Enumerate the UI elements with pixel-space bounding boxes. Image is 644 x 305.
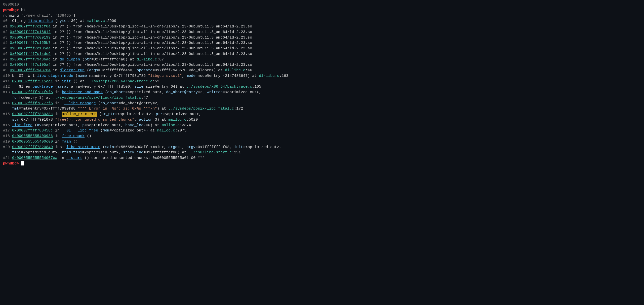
frame-15-cont: str =0x7ffff7991078 "free(): corrupted u… (3, 117, 641, 123)
frame-13-cont: fd =fd@entry=3) at ../sysdeps/unix/sysv/… (3, 95, 641, 101)
frame-20-cont: fini =<optimized out>, rtld_fini =<optim… (3, 150, 641, 155)
frame-17: #17 0x00007ffff788458c in __GI___libc_fr… (3, 128, 641, 133)
frame-12: #12 __GI_en backtrace ( array =array@ent… (3, 84, 641, 90)
cursor-block (21, 161, 24, 165)
terminal: 0000010 pwndbg> bt running './new_chall'… (3, 2, 641, 166)
frame-10: #10 b__GI__Wrl libc_dlopen_mode ( name =… (3, 73, 641, 79)
frame-2: #2 0x00007ffff7c1861f in ?? () from /hom… (3, 29, 641, 35)
frame-9: #9 0x00007ffff7943764 in dlerror_run ( a… (3, 68, 641, 73)
frame-8: #8 0x00007ffff7c105a4 in ?? () from /hom… (3, 62, 641, 68)
frame-18: #18 0x0000555555400936 in free_chunk () (3, 133, 641, 139)
frame-14: #14 0x00007ffff78777f5 in __libc_message… (3, 101, 641, 106)
frame-7: #7 0x00007ffff79436ad in do_dlopen ( ptr… (3, 57, 641, 62)
frame-5: #5 0x00007ffff7c105a4 in ?? () from /hom… (3, 46, 641, 51)
scroll-hint: 0000010 (3, 2, 641, 8)
prompt-label: pwndbg> (3, 8, 19, 13)
frame-11: #11 0x00007ffff7915cc1 in init () at ../… (3, 79, 641, 84)
final-prompt: pwndbg> (3, 161, 21, 166)
frame-0: #0 GI_ing libc_malloc ( bytes =36) at ma… (3, 18, 641, 24)
final-prompt-line: pwndbg> (3, 161, 641, 166)
command-line: pwndbg> bt (3, 8, 641, 13)
frame-1: #1 0x00007ffff7c1cf0a in ?? () from /hom… (3, 24, 641, 29)
command-text: bt (19, 8, 26, 13)
running-line: running './new_chall', '138465'] (3, 13, 641, 19)
frame-13: #13 0x00007ffff781f9f5 in backtrace_and_… (3, 90, 641, 95)
frame-14-cont: fmt =fmt@entry=0x7ffff7990fd8 "*** Error… (3, 106, 641, 112)
frame-4: #4 0x00007ffff7c155b7 in ?? () from /hom… (3, 40, 641, 46)
malloc-printerr-highlight: malloc_printerr (62, 112, 97, 117)
frame-15: #15 0x00007ffff788038a in malloc_printer… (3, 112, 641, 117)
frame-3: #3 0x00007ffff7c09199 in ?? () from /hom… (3, 35, 641, 41)
frame-21: #21 0x0000555555554007ea in __start () c… (3, 155, 641, 161)
frame-20: #20 0x00007ffff7820840 ins: libc_start_m… (3, 145, 641, 150)
frame-19: #19 0x0000555555400c00 in main () (3, 139, 641, 145)
frame-6: #6 0x00007ffff7c14de9 in ?? () from /hom… (3, 51, 641, 57)
frame-16: #16 _int_free ( av =<optimized out>, p =… (3, 123, 641, 128)
